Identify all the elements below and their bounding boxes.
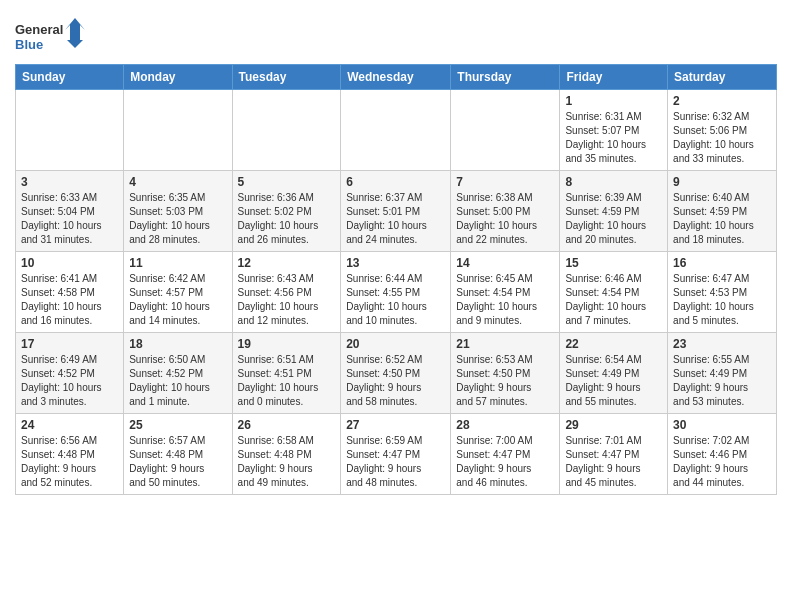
day-number: 28 — [456, 418, 554, 432]
cell-week1-day2 — [232, 90, 341, 171]
day-info: Sunrise: 6:59 AMSunset: 4:47 PMDaylight:… — [346, 434, 445, 490]
day-info: Sunrise: 6:45 AMSunset: 4:54 PMDaylight:… — [456, 272, 554, 328]
day-number: 30 — [673, 418, 771, 432]
day-number: 12 — [238, 256, 336, 270]
cell-week2-day0: 3Sunrise: 6:33 AMSunset: 5:04 PMDaylight… — [16, 171, 124, 252]
day-info: Sunrise: 6:42 AMSunset: 4:57 PMDaylight:… — [129, 272, 226, 328]
day-number: 16 — [673, 256, 771, 270]
day-number: 20 — [346, 337, 445, 351]
day-info: Sunrise: 6:38 AMSunset: 5:00 PMDaylight:… — [456, 191, 554, 247]
day-number: 15 — [565, 256, 662, 270]
calendar-header-row: SundayMondayTuesdayWednesdayThursdayFrid… — [16, 65, 777, 90]
day-info: Sunrise: 6:57 AMSunset: 4:48 PMDaylight:… — [129, 434, 226, 490]
day-number: 23 — [673, 337, 771, 351]
cell-week1-day6: 2Sunrise: 6:32 AMSunset: 5:06 PMDaylight… — [668, 90, 777, 171]
day-number: 11 — [129, 256, 226, 270]
day-info: Sunrise: 6:55 AMSunset: 4:49 PMDaylight:… — [673, 353, 771, 409]
day-number: 26 — [238, 418, 336, 432]
cell-week4-day3: 20Sunrise: 6:52 AMSunset: 4:50 PMDayligh… — [341, 333, 451, 414]
header-thursday: Thursday — [451, 65, 560, 90]
cell-week3-day4: 14Sunrise: 6:45 AMSunset: 4:54 PMDayligh… — [451, 252, 560, 333]
svg-marker-2 — [65, 18, 85, 48]
day-info: Sunrise: 6:46 AMSunset: 4:54 PMDaylight:… — [565, 272, 662, 328]
day-number: 27 — [346, 418, 445, 432]
day-info: Sunrise: 6:44 AMSunset: 4:55 PMDaylight:… — [346, 272, 445, 328]
logo: General Blue — [15, 16, 85, 56]
cell-week3-day1: 11Sunrise: 6:42 AMSunset: 4:57 PMDayligh… — [124, 252, 232, 333]
cell-week4-day6: 23Sunrise: 6:55 AMSunset: 4:49 PMDayligh… — [668, 333, 777, 414]
week-row-3: 10Sunrise: 6:41 AMSunset: 4:58 PMDayligh… — [16, 252, 777, 333]
day-number: 6 — [346, 175, 445, 189]
day-number: 7 — [456, 175, 554, 189]
logo-svg: General Blue — [15, 16, 85, 56]
calendar: SundayMondayTuesdayWednesdayThursdayFrid… — [15, 64, 777, 495]
cell-week5-day2: 26Sunrise: 6:58 AMSunset: 4:48 PMDayligh… — [232, 414, 341, 495]
cell-week2-day1: 4Sunrise: 6:35 AMSunset: 5:03 PMDaylight… — [124, 171, 232, 252]
week-row-5: 24Sunrise: 6:56 AMSunset: 4:48 PMDayligh… — [16, 414, 777, 495]
cell-week3-day6: 16Sunrise: 6:47 AMSunset: 4:53 PMDayligh… — [668, 252, 777, 333]
cell-week2-day4: 7Sunrise: 6:38 AMSunset: 5:00 PMDaylight… — [451, 171, 560, 252]
day-number: 8 — [565, 175, 662, 189]
week-row-1: 1Sunrise: 6:31 AMSunset: 5:07 PMDaylight… — [16, 90, 777, 171]
day-number: 14 — [456, 256, 554, 270]
cell-week4-day1: 18Sunrise: 6:50 AMSunset: 4:52 PMDayligh… — [124, 333, 232, 414]
day-info: Sunrise: 6:37 AMSunset: 5:01 PMDaylight:… — [346, 191, 445, 247]
cell-week1-day0 — [16, 90, 124, 171]
day-number: 29 — [565, 418, 662, 432]
day-number: 19 — [238, 337, 336, 351]
day-number: 21 — [456, 337, 554, 351]
day-info: Sunrise: 7:00 AMSunset: 4:47 PMDaylight:… — [456, 434, 554, 490]
day-number: 22 — [565, 337, 662, 351]
day-number: 4 — [129, 175, 226, 189]
header-tuesday: Tuesday — [232, 65, 341, 90]
day-number: 9 — [673, 175, 771, 189]
day-number: 10 — [21, 256, 118, 270]
day-info: Sunrise: 6:33 AMSunset: 5:04 PMDaylight:… — [21, 191, 118, 247]
cell-week3-day0: 10Sunrise: 6:41 AMSunset: 4:58 PMDayligh… — [16, 252, 124, 333]
cell-week3-day2: 12Sunrise: 6:43 AMSunset: 4:56 PMDayligh… — [232, 252, 341, 333]
cell-week4-day5: 22Sunrise: 6:54 AMSunset: 4:49 PMDayligh… — [560, 333, 668, 414]
day-number: 25 — [129, 418, 226, 432]
day-number: 24 — [21, 418, 118, 432]
day-info: Sunrise: 6:32 AMSunset: 5:06 PMDaylight:… — [673, 110, 771, 166]
day-number: 13 — [346, 256, 445, 270]
day-info: Sunrise: 6:31 AMSunset: 5:07 PMDaylight:… — [565, 110, 662, 166]
svg-text:Blue: Blue — [15, 37, 43, 52]
cell-week4-day2: 19Sunrise: 6:51 AMSunset: 4:51 PMDayligh… — [232, 333, 341, 414]
cell-week2-day6: 9Sunrise: 6:40 AMSunset: 4:59 PMDaylight… — [668, 171, 777, 252]
day-number: 18 — [129, 337, 226, 351]
day-number: 3 — [21, 175, 118, 189]
svg-text:General: General — [15, 22, 63, 37]
cell-week2-day3: 6Sunrise: 6:37 AMSunset: 5:01 PMDaylight… — [341, 171, 451, 252]
week-row-4: 17Sunrise: 6:49 AMSunset: 4:52 PMDayligh… — [16, 333, 777, 414]
week-row-2: 3Sunrise: 6:33 AMSunset: 5:04 PMDaylight… — [16, 171, 777, 252]
day-number: 17 — [21, 337, 118, 351]
cell-week5-day0: 24Sunrise: 6:56 AMSunset: 4:48 PMDayligh… — [16, 414, 124, 495]
day-info: Sunrise: 6:36 AMSunset: 5:02 PMDaylight:… — [238, 191, 336, 247]
header-friday: Friday — [560, 65, 668, 90]
header-monday: Monday — [124, 65, 232, 90]
day-info: Sunrise: 6:53 AMSunset: 4:50 PMDaylight:… — [456, 353, 554, 409]
cell-week1-day5: 1Sunrise: 6:31 AMSunset: 5:07 PMDaylight… — [560, 90, 668, 171]
page: General Blue SundayMondayTuesdayWednesda… — [0, 0, 792, 510]
day-info: Sunrise: 6:52 AMSunset: 4:50 PMDaylight:… — [346, 353, 445, 409]
day-info: Sunrise: 6:49 AMSunset: 4:52 PMDaylight:… — [21, 353, 118, 409]
day-info: Sunrise: 6:41 AMSunset: 4:58 PMDaylight:… — [21, 272, 118, 328]
cell-week5-day6: 30Sunrise: 7:02 AMSunset: 4:46 PMDayligh… — [668, 414, 777, 495]
day-info: Sunrise: 6:47 AMSunset: 4:53 PMDaylight:… — [673, 272, 771, 328]
header-wednesday: Wednesday — [341, 65, 451, 90]
cell-week1-day1 — [124, 90, 232, 171]
day-number: 2 — [673, 94, 771, 108]
header: General Blue — [15, 10, 777, 56]
day-info: Sunrise: 6:43 AMSunset: 4:56 PMDaylight:… — [238, 272, 336, 328]
cell-week1-day3 — [341, 90, 451, 171]
cell-week3-day5: 15Sunrise: 6:46 AMSunset: 4:54 PMDayligh… — [560, 252, 668, 333]
day-info: Sunrise: 6:58 AMSunset: 4:48 PMDaylight:… — [238, 434, 336, 490]
day-info: Sunrise: 6:51 AMSunset: 4:51 PMDaylight:… — [238, 353, 336, 409]
header-saturday: Saturday — [668, 65, 777, 90]
cell-week3-day3: 13Sunrise: 6:44 AMSunset: 4:55 PMDayligh… — [341, 252, 451, 333]
cell-week5-day5: 29Sunrise: 7:01 AMSunset: 4:47 PMDayligh… — [560, 414, 668, 495]
cell-week2-day5: 8Sunrise: 6:39 AMSunset: 4:59 PMDaylight… — [560, 171, 668, 252]
day-info: Sunrise: 6:40 AMSunset: 4:59 PMDaylight:… — [673, 191, 771, 247]
cell-week2-day2: 5Sunrise: 6:36 AMSunset: 5:02 PMDaylight… — [232, 171, 341, 252]
